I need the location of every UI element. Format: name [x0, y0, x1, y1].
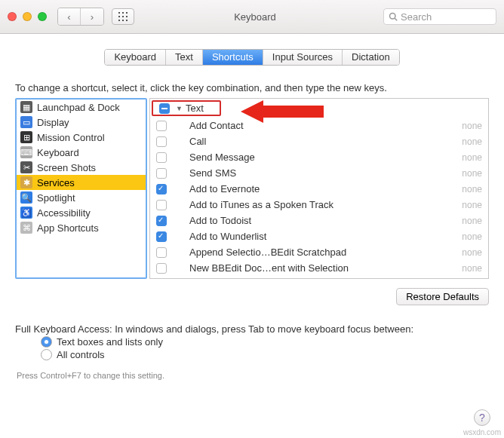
category-list[interactable]: ▦Launchpad & Dock▭Display⊞Mission Contro… — [15, 98, 147, 279]
radio-on-icon[interactable] — [41, 336, 52, 348]
service-checkbox[interactable] — [156, 152, 167, 163]
service-checkbox[interactable] — [156, 200, 167, 210]
zoom-window-icon[interactable] — [38, 12, 47, 21]
category-label: Mission Control — [37, 132, 105, 143]
category-icon: 🔍 — [20, 191, 32, 204]
search-placeholder: Search — [401, 11, 432, 23]
service-row[interactable]: Send SMSnone — [150, 165, 488, 181]
service-checkbox[interactable] — [156, 263, 167, 274]
category-label: Spotlight — [37, 192, 75, 204]
service-checkbox[interactable] — [156, 231, 167, 242]
radio-off-icon[interactable] — [41, 349, 52, 360]
service-shortcut[interactable]: none — [462, 263, 482, 274]
annotation-arrow-icon — [241, 100, 324, 123]
category-label: App Shortcuts — [37, 222, 99, 234]
category-label: Screen Shots — [37, 162, 96, 173]
help-button[interactable]: ? — [474, 409, 490, 426]
traffic-lights — [8, 12, 47, 21]
fka-option-textboxes[interactable]: Text boxes and lists only — [41, 336, 489, 348]
category-icon: ▦ — [20, 101, 32, 113]
service-row[interactable]: Callnone — [150, 133, 488, 149]
svg-rect-5 — [126, 16, 128, 17]
tab-dictation[interactable]: Dictation — [343, 50, 399, 65]
instruction-text: To change a shortcut, select it, click t… — [15, 82, 489, 93]
category-item[interactable]: ✱Services — [17, 175, 146, 190]
title-bar: ‹ › Keyboard Search — [0, 0, 504, 34]
service-shortcut[interactable]: none — [462, 136, 482, 147]
service-checkbox[interactable] — [156, 168, 167, 179]
svg-rect-7 — [122, 20, 124, 21]
category-item[interactable]: ♿Accessibility — [17, 205, 146, 220]
tab-text[interactable]: Text — [166, 50, 203, 65]
service-row[interactable]: Add to Evernotenone — [150, 181, 488, 197]
tab-shortcuts[interactable]: Shortcuts — [203, 50, 263, 65]
search-input[interactable]: Search — [383, 8, 496, 25]
fka-option-allcontrols[interactable]: All controls — [41, 349, 489, 360]
tab-keyboard[interactable]: Keyboard — [105, 50, 166, 65]
fka-opt2-label: All controls — [57, 349, 105, 360]
category-icon: ⌘ — [20, 222, 32, 234]
svg-line-10 — [395, 18, 397, 20]
service-checkbox[interactable] — [156, 121, 167, 131]
category-label: Keyboard — [37, 147, 79, 158]
category-label: Display — [37, 117, 69, 128]
restore-defaults-button[interactable]: Restore Defaults — [396, 288, 489, 305]
forward-button[interactable]: › — [81, 8, 103, 25]
tab-bar: Keyboard Text Shortcuts Input Sources Di… — [15, 49, 489, 66]
service-label: New BBEdit Doc…ent with Selection — [189, 262, 456, 274]
service-shortcut[interactable]: none — [462, 247, 482, 258]
service-checkbox[interactable] — [156, 247, 167, 258]
close-window-icon[interactable] — [8, 12, 17, 21]
services-list[interactable]: ▼ Text Add ContactnoneCallnoneSend Messa… — [149, 98, 489, 279]
fka-description: Full Keyboard Access: In windows and dia… — [15, 323, 489, 335]
back-button[interactable]: ‹ — [58, 8, 81, 25]
svg-rect-0 — [118, 12, 120, 14]
service-shortcut[interactable]: none — [462, 121, 482, 131]
show-all-button[interactable] — [112, 8, 134, 25]
service-checkbox[interactable] — [156, 216, 167, 226]
category-item[interactable]: ✂Screen Shots — [17, 160, 146, 175]
category-label: Launchpad & Dock — [37, 102, 120, 113]
service-shortcut[interactable]: none — [462, 216, 482, 226]
category-item[interactable]: ⊞Mission Control — [17, 130, 146, 145]
service-label: Add to Todoist — [189, 215, 456, 226]
service-shortcut[interactable]: none — [462, 231, 482, 242]
category-item[interactable]: ▭Display — [17, 115, 146, 130]
disclosure-triangle-icon[interactable]: ▼ — [176, 105, 183, 112]
service-label: Add to iTunes as a Spoken Track — [189, 199, 456, 210]
service-shortcut[interactable]: none — [462, 152, 482, 163]
service-row[interactable]: Append Selectio…BEdit Scratchpadnone — [150, 244, 488, 260]
service-label: Add to Evernote — [189, 183, 456, 194]
service-label: Send Message — [189, 152, 456, 163]
category-icon: ✂ — [20, 161, 32, 173]
svg-rect-3 — [118, 16, 120, 17]
service-checkbox[interactable] — [156, 136, 167, 147]
service-checkbox[interactable] — [156, 184, 167, 194]
service-row[interactable]: Send Messagenone — [150, 149, 488, 165]
svg-marker-11 — [241, 100, 324, 123]
service-shortcut[interactable]: none — [462, 200, 482, 210]
service-row[interactable]: Add to Todoistnone — [150, 213, 488, 228]
category-item[interactable]: ⌘App Shortcuts — [17, 220, 146, 235]
svg-point-9 — [390, 14, 396, 20]
minimize-window-icon[interactable] — [23, 12, 32, 21]
category-item[interactable]: ⌨Keyboard — [17, 145, 146, 160]
service-shortcut[interactable]: none — [462, 168, 482, 179]
svg-rect-2 — [126, 12, 128, 14]
tab-input-sources[interactable]: Input Sources — [263, 50, 343, 65]
category-icon: ✱ — [20, 176, 32, 188]
svg-rect-8 — [126, 20, 128, 21]
service-label: Call — [189, 136, 456, 147]
category-label: Accessibility — [37, 207, 91, 219]
service-shortcut[interactable]: none — [462, 184, 482, 194]
service-row[interactable]: New BBEdit Doc…ent with Selectionnone — [150, 260, 488, 276]
group-checkbox-icon[interactable] — [159, 103, 170, 114]
service-row[interactable]: Add to Wunderlistnone — [150, 228, 488, 244]
service-row[interactable]: Add to iTunes as a Spoken Tracknone — [150, 197, 488, 213]
group-header-text[interactable]: ▼ Text — [152, 100, 221, 116]
svg-rect-6 — [118, 20, 120, 21]
category-item[interactable]: 🔍Spotlight — [17, 190, 146, 205]
window-title: Keyboard — [134, 11, 376, 23]
fka-hint: Press Control+F7 to change this setting. — [17, 371, 489, 380]
category-item[interactable]: ▦Launchpad & Dock — [17, 100, 146, 115]
